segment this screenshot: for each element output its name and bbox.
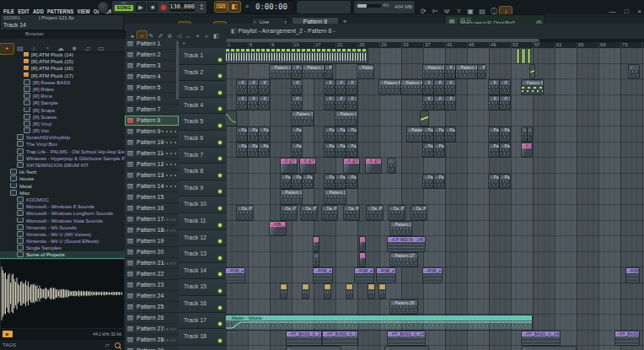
playlist-clip[interactable] <box>281 284 287 299</box>
browser-item[interactable]: Microsoft - Windows Vista Sounds <box>0 218 125 224</box>
playlist-clip[interactable]: Pattern 29 <box>390 300 417 315</box>
browser-item[interactable]: [R] ATM Pluck (15) <box>0 58 125 65</box>
playlist-clip[interactable]: Pa.. <box>423 127 433 142</box>
playlist-clip[interactable]: Pa.. <box>489 127 499 142</box>
track-mute-light[interactable] <box>218 91 222 94</box>
playlist-clip[interactable]: Pattern 8 <box>522 80 543 94</box>
bpm-display[interactable]: 130.000 <box>169 3 195 12</box>
playlist-clip[interactable]: Da..PT <box>411 206 427 220</box>
playlist-clip[interactable]: P..7 <box>346 80 357 94</box>
sample-preview-waveform[interactable] <box>0 259 125 329</box>
playlist-clip[interactable]: F..ET <box>344 159 360 173</box>
playlist-clip[interactable]: P..9 <box>237 96 247 110</box>
menu-patterns[interactable]: PATTERNS <box>47 8 73 14</box>
browser-item[interactable]: Hi-Tech <box>0 169 125 175</box>
playlist-clip[interactable] <box>385 347 428 350</box>
playlist-clip[interactable]: Da..PT <box>301 206 317 220</box>
playlist-clip[interactable]: Pattern 19 <box>357 65 373 79</box>
track-mute-light[interactable] <box>218 141 222 144</box>
pattern-row[interactable]: Pattern 4 <box>125 72 179 83</box>
track-mute-light[interactable] <box>218 74 222 78</box>
browser-item[interactable]: Metal <box>0 183 125 190</box>
track-header[interactable]: Track 10 <box>179 197 226 213</box>
pattern-row[interactable]: Pattern 27 <box>125 324 179 335</box>
playlist-clip[interactable]: Pa.. <box>292 143 302 158</box>
playlist-clip[interactable]: P..7 <box>445 80 455 94</box>
browser-item[interactable]: Single Samples <box>0 245 125 251</box>
browser-item[interactable]: [R] Rides <box>0 86 125 93</box>
playlist-clip[interactable]: P..7 <box>434 80 444 94</box>
browser-item[interactable]: [R] Snaps <box>0 107 125 114</box>
playlist-clip[interactable] <box>368 284 374 299</box>
playlist-clip[interactable]: P..9 <box>335 96 346 110</box>
playlist-clip[interactable] <box>303 284 309 299</box>
track-mute-light[interactable] <box>218 157 222 160</box>
browser-item[interactable]: KOCMOC <box>0 197 125 203</box>
playlist-clip[interactable]: Pa.. <box>423 175 433 189</box>
playlist-clip[interactable]: RSB_a 06 <box>355 268 373 283</box>
playlist-clip[interactable] <box>528 127 533 142</box>
tags-label[interactable]: TAGS <box>3 342 16 347</box>
playlist-clip[interactable]: P..7 <box>237 80 247 94</box>
playlist-grid[interactable]: Pattern 13P..8Pattern 19P..5Pattern 19Pa… <box>226 48 644 350</box>
track-mute-light[interactable] <box>218 207 222 210</box>
pattern-row[interactable]: Pattern 1 <box>125 39 179 50</box>
pattern-row[interactable]: Pattern 18 <box>125 225 179 236</box>
browser-item[interactable]: ScratchDj'sVinylHip <box>0 134 125 141</box>
track-header[interactable]: Track 15 <box>179 279 226 296</box>
track-mute-light[interactable] <box>218 256 222 260</box>
playlist-clip[interactable] <box>226 49 368 63</box>
browser-item[interactable]: Misc <box>0 190 125 197</box>
preview-play-button[interactable]: ▶ <box>3 331 13 337</box>
track-header[interactable]: Track 9 <box>179 180 226 197</box>
playlist-clip[interactable]: Pa.. <box>248 127 258 142</box>
playlist-clip[interactable]: Pa.. <box>423 143 433 158</box>
pattern-row[interactable]: Pattern 23 <box>125 280 179 291</box>
browser-item[interactable]: [R] Rims <box>0 93 125 100</box>
pattern-row[interactable]: Pattern 2 <box>125 50 179 61</box>
browser-item[interactable]: Nintendo - Wii Sounds <box>0 224 125 231</box>
playlist-clip[interactable]: HT_BASS_G_140_Bm <box>323 331 357 346</box>
playlist-clip[interactable]: Pa.. <box>434 175 444 189</box>
pattern-row[interactable]: Pattern 3 <box>125 61 179 72</box>
playlist-clip[interactable]: Pa.. <box>292 127 302 142</box>
pattern-row[interactable]: Pattern 24 <box>125 291 179 302</box>
playlist-clip[interactable]: P..9 <box>248 96 258 110</box>
track-header[interactable]: Track 5 <box>179 114 226 131</box>
track-header[interactable]: Track 6 <box>179 131 226 148</box>
track-mute-light[interactable] <box>218 58 222 62</box>
playlist-clip[interactable]: Pa.. <box>500 175 510 189</box>
playlist-clip[interactable]: Pa.. <box>281 175 291 189</box>
playlist-clip[interactable] <box>629 65 639 79</box>
playlist-clip[interactable]: Pa.. <box>489 175 499 189</box>
playlist-clip[interactable]: RSB_a 06 <box>377 268 395 283</box>
playlist-clip[interactable]: Pa.. <box>346 127 357 142</box>
playlist-clip[interactable]: Pattern 18 <box>292 111 313 126</box>
playlist-clip[interactable] <box>314 237 319 251</box>
playlist-clip[interactable]: Da..PT <box>389 206 405 220</box>
playlist-clip[interactable]: HT_BASS_G_140_Bm <box>287 331 321 346</box>
playlist-clip[interactable] <box>517 49 520 63</box>
browser-item[interactable]: Trap Life - PALMS - Old School Hip-Hop E… <box>0 148 125 155</box>
track-header[interactable]: Track 16 <box>179 296 226 313</box>
playlist-clip[interactable]: P..5 <box>478 65 486 79</box>
track-header[interactable]: Track 12 <box>179 230 226 247</box>
playlist-clip[interactable]: HT_BASS_G_140_Bm <box>615 331 639 346</box>
pattern-row[interactable]: Pattern 15 <box>125 192 179 203</box>
playlist-clip[interactable]: P..7 <box>292 80 302 94</box>
browser-item[interactable]: WInteres - Hyperpop & Glitchcore Sample … <box>0 155 125 162</box>
search-icon[interactable] <box>115 342 121 348</box>
playlist-clip[interactable] <box>522 347 576 350</box>
playlist-clip[interactable]: P..9 <box>259 96 269 110</box>
browser-item[interactable]: [R] Snares <box>0 114 125 121</box>
playlist-clip[interactable]: Pattern 18 <box>335 111 357 126</box>
browser-item[interactable]: House <box>0 175 125 182</box>
browser-item[interactable]: [R] ATM Pluck (16) <box>0 65 125 72</box>
record-button[interactable] <box>161 5 166 10</box>
playlist-clip[interactable]: Pattern 25 <box>390 222 411 236</box>
track-header[interactable]: Track 7 <box>179 148 226 164</box>
pattern-row[interactable]: Pattern 5 <box>125 83 179 94</box>
playlist-clip[interactable]: Pa.. <box>335 143 346 158</box>
playlist-clip[interactable]: Pa.. <box>237 127 247 142</box>
wait-icon[interactable]: ◧ <box>228 2 240 12</box>
